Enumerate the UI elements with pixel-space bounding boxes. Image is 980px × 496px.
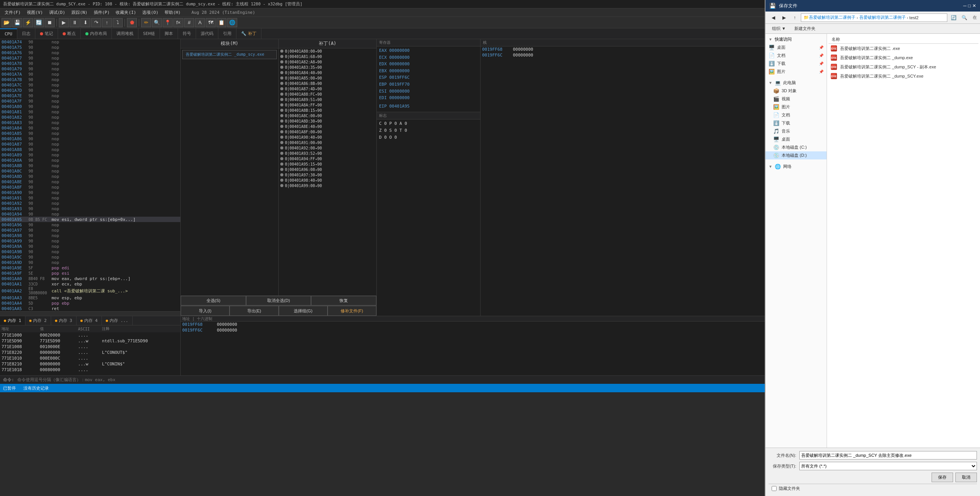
- save-button[interactable]: 保存: [932, 473, 953, 482]
- memory-row[interactable]: 771E1010000E000C....: [0, 355, 180, 361]
- sidebar-drive-c[interactable]: 💿 本地磁盘 (C:): [765, 143, 827, 151]
- menu-debug[interactable]: 调试(D): [46, 9, 68, 16]
- patch-entry[interactable]: 0|00401A88:FC→90: [279, 91, 376, 97]
- patch-entry[interactable]: 0|00401A97:30→90: [279, 172, 376, 177]
- patch-entry[interactable]: 0|00401A86:8B→90: [279, 81, 376, 86]
- toolbar-stepover[interactable]: ↷: [91, 18, 101, 27]
- apply-patch-button[interactable]: 修补文件(F): [328, 306, 376, 316]
- sidebar-desktop-1[interactable]: 🖥️ 桌面 📌: [765, 43, 827, 51]
- dialog-back[interactable]: ◀: [769, 13, 778, 22]
- breadcrumb-part1-text[interactable]: 吾爱破解培训第二课例子: [809, 15, 855, 20]
- asm-row[interactable]: 00401A8990nop: [0, 152, 180, 158]
- toolbar-stepout[interactable]: ↑: [102, 18, 112, 27]
- mem-tab-5[interactable]: 内存 ...: [102, 316, 133, 325]
- asm-row[interactable]: 00401A9190nop: [0, 195, 180, 201]
- patch-entry[interactable]: 0|00401A8F:00→90: [279, 129, 376, 134]
- asm-row[interactable]: 00401AA2E8 380B0000call <吾爱破解培训第二课 sub_.…: [0, 287, 180, 295]
- tab-notes[interactable]: 笔记: [35, 28, 58, 39]
- dialog-forward[interactable]: ▶: [779, 13, 789, 22]
- patch-entry[interactable]: 0|00401A94:FF→90: [279, 156, 376, 161]
- filename-input[interactable]: [799, 451, 977, 460]
- toolbar-highlight[interactable]: ✏: [141, 18, 151, 27]
- sidebar-downloads-1[interactable]: ⬇️ 下载 📌: [765, 60, 827, 68]
- mem-tab-1[interactable]: 内存 1: [0, 316, 25, 325]
- menu-file[interactable]: 文件(F): [2, 9, 24, 16]
- sidebar-pictures-1[interactable]: 🖼️ 图片 📌: [765, 68, 827, 76]
- asm-row[interactable]: 00401A7A90nop: [0, 71, 180, 77]
- asm-row[interactable]: 00401A9D90nop: [0, 260, 180, 265]
- asm-row[interactable]: 00401AA08B40 F8mov eax, dword ptr ss:[eb…: [0, 276, 180, 281]
- toolbar-open[interactable]: 📂: [2, 18, 12, 27]
- asm-row[interactable]: 00401A8290nop: [0, 114, 180, 120]
- mem-tab-2[interactable]: 内存 2: [25, 316, 51, 325]
- asm-row[interactable]: 00401A8E90nop: [0, 179, 180, 184]
- asm-row[interactable]: 00401A7790nop: [0, 55, 180, 61]
- patch-entry[interactable]: 0|00401A92:00→90: [279, 145, 376, 151]
- dialog-maximize[interactable]: □: [968, 3, 971, 8]
- asm-row[interactable]: 00401A9990nop: [0, 238, 180, 244]
- asm-row[interactable]: 00401A8690nop: [0, 136, 180, 141]
- toolbar-breakpoint[interactable]: ⬟: [127, 18, 137, 27]
- patch-entry[interactable]: 0|00401A8D:30→90: [279, 118, 376, 124]
- asm-row[interactable]: 00401A9F5Epop esi: [0, 270, 180, 276]
- toolbar-restart[interactable]: 🔄: [34, 18, 44, 27]
- asm-row[interactable]: 00401A9390nop: [0, 206, 180, 211]
- asm-row[interactable]: 00401A9B90nop: [0, 249, 180, 254]
- toolbar-runtocursor[interactable]: ⤵: [113, 18, 123, 27]
- sidebar-docs-1[interactable]: 📄 文档 📌: [765, 51, 827, 60]
- tab-log[interactable]: 日志: [17, 28, 35, 39]
- menu-plugins[interactable]: 插件(P): [91, 9, 113, 16]
- dialog-close[interactable]: ✕: [972, 3, 976, 8]
- memory-row[interactable]: 771E822000000000....L"CONOUT$": [0, 350, 180, 355]
- sidebar-docs-2[interactable]: 📄 文档: [765, 111, 827, 119]
- toolbar-close[interactable]: ⏹: [45, 18, 55, 27]
- breadcrumb-part2-text[interactable]: 吾爱破解培训第二课例子: [859, 15, 906, 20]
- asm-row[interactable]: 00401AA5C3ret: [0, 306, 180, 311]
- asm-row[interactable]: 00401A9090nop: [0, 190, 180, 195]
- asm-row[interactable]: 00401A8890nop: [0, 147, 180, 152]
- sidebar-downloads-2[interactable]: ⬇️ 下载: [765, 119, 827, 127]
- asm-row[interactable]: 00401AA133CDxor ecx, ebp: [0, 281, 180, 287]
- patch-entry[interactable]: 0|00401A85:00→90: [279, 75, 376, 81]
- sidebar-pictures-2[interactable]: 🖼️ 图片: [765, 103, 827, 111]
- patch-entry[interactable]: 0|00401A93:52→90: [279, 151, 376, 156]
- dialog-up[interactable]: ↑: [790, 13, 799, 22]
- memory-row[interactable]: 771E5D90771E5D90...wntdll.sub_771E5D90: [0, 338, 180, 344]
- hide-folder-row[interactable]: 隐藏文件夹: [769, 484, 977, 493]
- dialog-minimize[interactable]: ─: [963, 3, 967, 8]
- toolbar-run[interactable]: ▶: [59, 18, 69, 27]
- asm-row[interactable]: 00401A9890nop: [0, 233, 180, 238]
- asm-row[interactable]: 00401A9690nop: [0, 222, 180, 227]
- sidebar-videos[interactable]: 🎬 视频: [765, 95, 827, 103]
- memory-row[interactable]: 771E101800080000....: [0, 367, 180, 373]
- toolbar-save[interactable]: 💾: [12, 18, 22, 27]
- tab-references[interactable]: 引用: [218, 28, 236, 39]
- filetype-select[interactable]: 所有文件 (*.*): [799, 462, 977, 470]
- toolbar-memory-map[interactable]: 🗺: [206, 18, 216, 27]
- toolbar-internet[interactable]: 🌐: [227, 18, 237, 27]
- sidebar-3d[interactable]: 📦 3D 对象: [765, 87, 827, 95]
- asm-row[interactable]: 00401A8490nop: [0, 125, 180, 131]
- export-button[interactable]: 导出(E): [230, 306, 278, 316]
- file-item[interactable]: EXE吾爱破解培训第二课实例二 _dump_SCY.exe: [829, 71, 978, 81]
- toolbar-search[interactable]: 🔍: [152, 18, 162, 27]
- toolbar-trace[interactable]: 📍: [163, 18, 173, 27]
- asm-row[interactable]: 00401A9290nop: [0, 201, 180, 206]
- dialog-search[interactable]: 🔍: [960, 13, 969, 22]
- disasm-hscroll[interactable]: [0, 311, 180, 316]
- memory-row[interactable]: 771E100000020000....: [0, 332, 180, 338]
- tab-callstack[interactable]: 调用堆栈: [112, 28, 138, 39]
- restore-button[interactable]: 恢复: [311, 296, 376, 305]
- tab-memory[interactable]: 内存布局: [81, 28, 112, 39]
- patch-entry[interactable]: 0|00401A83:35→90: [279, 65, 376, 70]
- new-folder-button[interactable]: 新建文件夹: [791, 25, 819, 33]
- patch-entry[interactable]: 0|00401A89:51→90: [279, 97, 376, 102]
- asm-row[interactable]: 00401A8590nop: [0, 131, 180, 136]
- asm-row[interactable]: 00401A7F90nop: [0, 98, 180, 104]
- tab-patch[interactable]: 🔧 补丁: [236, 28, 261, 39]
- toolbar-notes[interactable]: 📋: [216, 18, 226, 27]
- sidebar-desktop-2[interactable]: 🖥️ 桌面: [765, 135, 827, 143]
- patch-entry[interactable]: 0|00401A95:15→90: [279, 161, 376, 167]
- mem-tab-4[interactable]: 内存 4: [77, 316, 102, 325]
- toolbar-font[interactable]: A: [195, 18, 205, 27]
